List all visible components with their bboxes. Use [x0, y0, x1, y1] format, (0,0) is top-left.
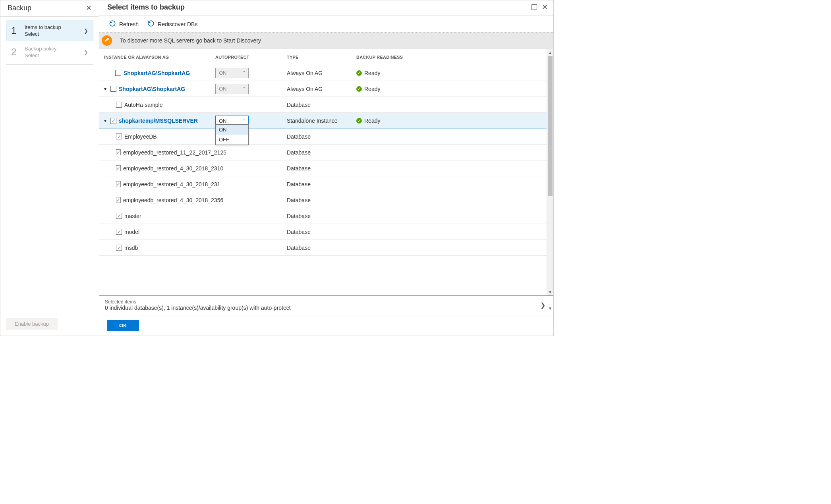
- row-checkbox[interactable]: [110, 118, 116, 124]
- row-checkbox[interactable]: [116, 149, 121, 155]
- item-name-cell: employeedb_restored_4_30_2018_2356: [104, 197, 215, 203]
- row-checkbox[interactable]: [110, 86, 116, 92]
- header-type: TYPE: [287, 55, 356, 60]
- chevron-up-icon: ˄: [243, 119, 245, 123]
- table-row[interactable]: modelDatabase: [99, 224, 547, 240]
- readiness-text: Ready: [364, 86, 380, 92]
- header-instance: INSTANCE OR ALWAYSON AG: [104, 55, 215, 60]
- chevron-right-icon: ❯: [84, 49, 88, 55]
- readiness-status: ✓Ready: [356, 118, 547, 124]
- readiness-status: ✓Ready: [356, 70, 547, 76]
- rediscover-button[interactable]: Rediscover DBs: [147, 20, 197, 28]
- type-cell: Database: [287, 197, 356, 203]
- scroll-up-arrow[interactable]: ▲: [547, 49, 553, 56]
- autoprotect-cell: ON˅: [215, 84, 287, 94]
- maximize-icon[interactable]: [531, 4, 537, 10]
- table-row[interactable]: masterDatabase: [99, 208, 547, 224]
- chevron-right-icon[interactable]: ❯: [540, 301, 548, 309]
- refresh-icon: [109, 20, 116, 28]
- expand-caret-icon[interactable]: ▾: [104, 118, 108, 124]
- enable-backup-button[interactable]: Enable backup: [6, 318, 58, 330]
- database-name: employeedb_restored_4_30_2018_2310: [123, 165, 223, 172]
- step-backup-policy[interactable]: 2 Backup policy Select ❯: [6, 41, 93, 63]
- step-label: Backup policy: [25, 46, 78, 52]
- right-header: Select items to backup ✕: [99, 0, 553, 16]
- scroll-track[interactable]: [547, 56, 553, 289]
- row-checkbox[interactable]: [116, 229, 122, 235]
- type-cell: Database: [287, 102, 356, 108]
- database-name: AutoHa-sample: [124, 102, 163, 108]
- table-row[interactable]: ShopkartAG\ShopkartAGON˅Always On AG✓Rea…: [99, 65, 547, 81]
- table-row[interactable]: msdbDatabase: [99, 240, 547, 256]
- header-autoprotect: AUTOPROTECT: [215, 55, 287, 60]
- row-checkbox[interactable]: [116, 213, 122, 219]
- selected-items-bar[interactable]: Selected items 0 individual database(s),…: [99, 295, 553, 315]
- step-label: Items to backup: [25, 24, 78, 30]
- type-cell: Always On AG: [287, 70, 356, 76]
- type-cell: Database: [287, 245, 356, 251]
- type-cell: Database: [287, 149, 356, 156]
- table-row[interactable]: ▾shopkartemp\MSSQLSERVERONOFFON˄Standalo…: [99, 113, 547, 129]
- table-row[interactable]: AutoHa-sampleDatabase: [99, 97, 547, 113]
- step-sublabel: Select: [25, 52, 78, 58]
- scroll-thumb[interactable]: [548, 56, 553, 196]
- readiness-cell: ✓Ready: [356, 86, 547, 92]
- ok-button[interactable]: OK: [107, 320, 139, 331]
- dropdown-option[interactable]: ON: [216, 125, 248, 135]
- check-circle-icon: ✓: [356, 86, 362, 92]
- refresh-icon: [147, 20, 155, 28]
- autoprotect-value: ON: [219, 118, 227, 124]
- type-cell: Standalone Instance: [287, 118, 356, 124]
- type-cell: Database: [287, 181, 356, 187]
- item-name-cell: EmployeeDB: [104, 133, 215, 140]
- item-name-cell: model: [104, 229, 215, 235]
- close-button[interactable]: ✕: [540, 3, 549, 12]
- row-checkbox[interactable]: [116, 133, 122, 139]
- database-name: master: [124, 213, 141, 219]
- autoprotect-cell: ON˅: [215, 68, 287, 78]
- autoprotect-dropdown[interactable]: ONOFF: [215, 124, 249, 145]
- close-left-button[interactable]: ✕: [84, 4, 93, 12]
- table-row[interactable]: employeedb_restored_4_30_2018_2356Databa…: [99, 192, 547, 208]
- instance-link[interactable]: ShopkartAG\ShopkartAG: [124, 70, 190, 76]
- item-name-cell: employeedb_restored_4_30_2018_2310: [104, 165, 215, 172]
- row-checkbox[interactable]: [116, 102, 122, 108]
- select-items-title: Select items to backup: [107, 3, 185, 12]
- readiness-cell: ✓Ready: [356, 118, 547, 124]
- dropdown-option[interactable]: OFF: [216, 135, 248, 145]
- table-row[interactable]: employeedb_restored_4_30_2018_231Databas…: [99, 176, 547, 192]
- step-items-to-backup[interactable]: 1 Items to backup Select ❯: [6, 20, 93, 41]
- row-checkbox[interactable]: [116, 245, 122, 251]
- table-row[interactable]: employeedb_restored_11_22_2017_2125Datab…: [99, 145, 547, 160]
- check-circle-icon: ✓: [356, 118, 362, 124]
- row-checkbox[interactable]: [116, 165, 121, 171]
- step-sublabel: Select: [25, 31, 78, 37]
- table-row[interactable]: employeedb_restored_4_30_2018_2310Databa…: [99, 160, 547, 176]
- backup-title: Backup: [8, 4, 31, 12]
- database-name: model: [124, 229, 139, 235]
- step-number: 1: [11, 25, 19, 36]
- header-readiness: BACKUP READINESS: [356, 55, 547, 60]
- scroll-down-arrow[interactable]: ▼: [547, 289, 553, 295]
- chevron-right-icon: ❯: [84, 28, 88, 34]
- table-body: ShopkartAG\ShopkartAGON˅Always On AG✓Rea…: [99, 65, 547, 256]
- scroll-down-arrow[interactable]: ▼: [548, 306, 552, 311]
- item-name-cell: ShopkartAG\ShopkartAG: [104, 70, 215, 76]
- type-cell: Database: [287, 133, 356, 140]
- table-row[interactable]: ▾ShopkartAG\ShopkartAGON˅Always On AG✓Re…: [99, 81, 547, 97]
- expand-caret-icon[interactable]: ▾: [104, 86, 108, 92]
- database-name: EmployeeDB: [124, 133, 157, 140]
- row-checkbox[interactable]: [116, 181, 121, 187]
- table-row[interactable]: EmployeeDBDatabase: [99, 129, 547, 145]
- item-name-cell: msdb: [104, 245, 215, 251]
- step-text: Backup policy Select: [25, 46, 78, 58]
- instance-link[interactable]: ShopkartAG\ShopkartAG: [119, 86, 185, 92]
- refresh-button[interactable]: Refresh: [109, 20, 139, 28]
- database-name: msdb: [124, 245, 138, 251]
- row-checkbox[interactable]: [115, 70, 121, 76]
- scrollbar[interactable]: ▲ ▼: [547, 49, 553, 295]
- row-checkbox[interactable]: [116, 197, 121, 203]
- instance-link[interactable]: shopkartemp\MSSQLSERVER: [119, 118, 198, 124]
- items-table: INSTANCE OR ALWAYSON AG AUTOPROTECT TYPE…: [99, 49, 547, 295]
- database-name: employeedb_restored_11_22_2017_2125: [123, 149, 226, 156]
